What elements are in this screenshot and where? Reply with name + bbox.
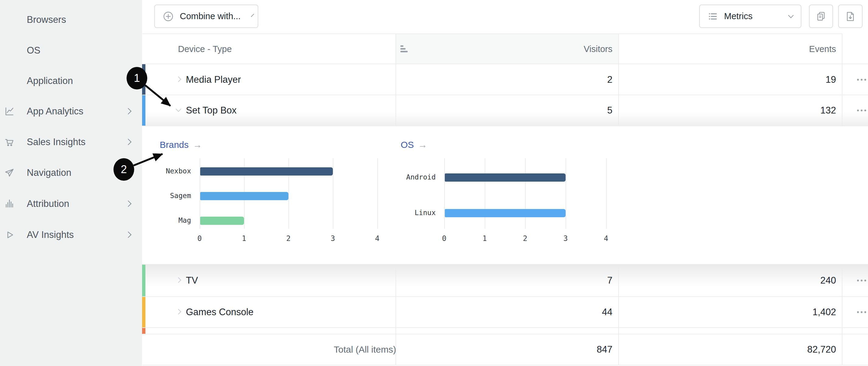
column-border [618,33,619,126]
visitors-value: 2 [607,74,613,85]
row-name: Media Player [186,74,241,85]
total-events-value: 82,720 [807,344,836,355]
total-visitors-value: 847 [597,344,613,355]
copy-table-button[interactable] [809,5,833,28]
chevron-down-icon[interactable] [176,106,181,112]
events-value: 240 [820,275,836,286]
sidebar-item-navigation[interactable]: Navigation [0,166,142,180]
chevron-right-icon[interactable] [176,309,181,314]
sidebar-item-av-insights[interactable]: AV Insights [0,228,142,242]
export-file-button[interactable] [838,5,863,28]
sidebar-item-label: Application [27,75,73,86]
file-download-icon [845,11,856,22]
column-header-device-type[interactable]: Device - Type [178,44,232,54]
column-border [396,33,396,126]
sidebar-item-browsers[interactable]: Browsers [0,13,142,27]
events-value: 19 [826,74,836,85]
plus-circle-icon [163,11,174,22]
column-border [396,264,396,365]
column-header-events[interactable]: Events [809,44,836,54]
row-color-strip [142,95,146,126]
chevron-right-icon [125,108,131,114]
bar-chart-icon [4,199,14,209]
column-border [842,264,842,365]
sidebar-item-label: Navigation [27,167,71,178]
chart-gridline [566,158,566,229]
category-label: Android [143,173,436,181]
chevron-right-icon[interactable] [176,277,181,283]
sidebar-item-sales-insights[interactable]: Sales Insights [0,135,142,149]
sidebar-item-attribution[interactable]: Attribution [0,197,142,211]
row-border [143,296,868,297]
row-name: Games Console [186,307,253,317]
list-icon [708,11,718,22]
row-border [143,126,868,126]
row-border [143,264,868,265]
table-bottom-border [143,365,868,365]
table-row-set-top-box[interactable]: Set Top Box 5 132 [142,95,868,126]
row-name: Set Top Box [186,105,237,116]
expanded-row-panel: Brands OS 01234NexboxSagemMag 01234Andro… [143,126,868,264]
table-row-games-console[interactable]: Games Console 44 1,402 [142,297,868,328]
x-tick-label: 0 [435,234,453,243]
total-label: Total (All items) [142,344,396,355]
row-color-strip [142,264,146,297]
chevron-right-icon [125,201,131,207]
bar [445,209,566,217]
sidebar-item-label: Browsers [27,14,66,25]
sidebar-item-application[interactable]: Application [0,74,142,88]
x-tick-label: 3 [556,234,575,243]
table-total-row: Total (All items) 847 82,720 [142,334,868,365]
chart-gridline [606,158,607,229]
cart-icon [4,137,14,147]
chevron-right-icon[interactable] [176,77,181,82]
metrics-dropdown-button[interactable]: Metrics [699,5,801,28]
sidebar-item-label: Sales Insights [27,136,86,148]
sidebar: Browsers OS Application App Analytics Sa… [0,0,142,366]
chevron-right-icon [125,139,131,145]
row-border [143,95,868,95]
ellipsis-icon[interactable] [857,311,859,313]
column-header-visitors[interactable]: Visitors [584,44,613,54]
send-icon [4,167,14,178]
play-icon [4,230,14,240]
events-value: 132 [820,105,836,116]
ellipsis-icon[interactable] [857,280,859,281]
visitors-value: 44 [602,307,613,317]
ellipsis-icon[interactable] [857,110,859,111]
chevron-right-icon [125,170,131,176]
combine-with-button[interactable]: Combine with... [154,5,258,28]
sort-bars-icon[interactable] [400,45,408,53]
sidebar-item-label: App Analytics [27,106,83,117]
table-row-partial[interactable] [142,328,868,334]
visitors-value: 7 [607,275,613,286]
sidebar-item-label: AV Insights [27,230,74,240]
column-border [618,264,619,365]
chevron-down-icon [251,14,254,17]
os-bar-chart: 01234AndroidLinux [143,126,868,264]
chevron-right-icon [125,232,131,238]
row-border [143,64,868,64]
sidebar-item-label: Attribution [27,199,69,209]
x-tick-label: 4 [597,234,615,243]
sidebar-item-os[interactable]: OS [0,44,142,57]
chart-gridline [444,158,445,229]
sidebar-item-label: OS [27,45,40,56]
row-color-strip [142,64,146,95]
copy-pages-icon [816,11,827,22]
line-chart-icon [4,106,14,117]
column-border [842,33,842,126]
events-value: 1,402 [812,307,836,317]
x-tick-label: 2 [516,234,534,243]
row-name: TV [186,275,198,286]
combine-with-label: Combine with... [180,11,241,21]
sidebar-item-app-analytics[interactable]: App Analytics [0,105,142,118]
metrics-label: Metrics [724,11,752,21]
bar [445,174,566,182]
row-color-strip [142,328,146,334]
table-row-media-player[interactable]: Media Player 2 19 [142,64,868,95]
row-border [143,334,868,334]
row-border [143,327,868,328]
ellipsis-icon[interactable] [857,79,859,81]
table-row-tv[interactable]: TV 7 240 [142,264,868,297]
